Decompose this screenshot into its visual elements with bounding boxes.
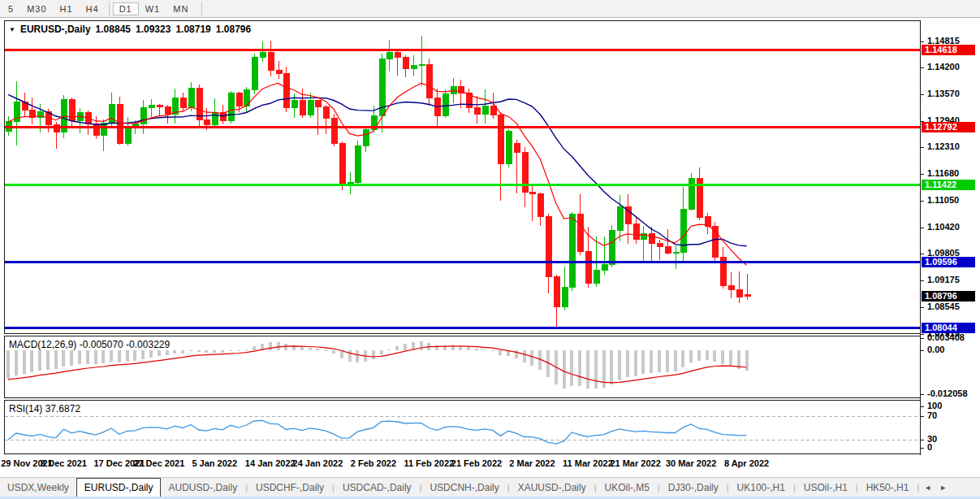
macd-histogram-bar [387,349,391,350]
tab-usdx-weekly[interactable]: USDX,Weekly [0,479,76,497]
level-price-badge: 1.14618 [922,45,975,55]
candle-down [204,119,209,125]
candle-down [323,107,329,119]
macd-histogram-bar [62,350,65,367]
candle-up [260,53,266,58]
macd-histogram-bar [253,346,256,350]
candle-down [537,193,543,217]
timeframe-button-w1[interactable]: W1 [139,3,167,15]
macd-histogram-bar [324,350,327,351]
tab-scroll-right-icon[interactable]: ► [935,484,951,492]
price-axis[interactable]: 1.148151.142001.135701.129401.123101.116… [920,20,980,455]
macd-histogram-bar [674,350,677,371]
macd-histogram-bar [141,350,145,359]
timeframe-button-m30[interactable]: M30 [20,3,53,15]
candle-up [411,66,417,69]
candle-down [180,98,186,107]
candle-down [745,294,750,297]
macd-histogram-bar [594,350,598,388]
macd-histogram-bar [197,350,201,352]
candle-up [228,93,234,120]
macd-signal-value: -0.003229 [126,339,170,350]
candle-up [562,288,568,307]
macd-histogram-bar [316,349,319,350]
macd-histogram-bar [300,347,304,350]
macd-histogram-bar [570,350,573,386]
tab-separator: | [332,483,335,492]
level-price-badge: 1.09596 [922,257,975,267]
tab-separator: | [658,483,660,492]
chart-tab-bar: USDX,WeeklyEURUSD-,DailyAUDUSD-,Daily|US… [0,477,980,497]
price-tick-label: 1.10420 [927,222,960,232]
rsi-value: 37.6872 [45,403,80,414]
macd-histogram-bar [149,350,153,358]
candle-up [355,145,360,182]
tab-dj30-daily[interactable]: DJ30-,Daily [661,479,726,497]
macd-histogram-bar [244,349,248,350]
tab-ukoil-m5[interactable]: UKOil-,M5 [598,479,657,497]
macd-histogram-bar [467,347,470,350]
candle-down [720,257,726,286]
macd-histogram-bar [491,350,494,351]
date-axis[interactable]: 29 Nov 20218 Dec 202117 Dec 202127 Dec 2… [4,455,920,475]
rsi-canvas[interactable] [5,401,920,453]
timeframe-button-h1[interactable]: H1 [54,3,80,15]
macd-indicator-panel[interactable]: MACD(12,26,9) -0.005070 -0.003229 [4,336,921,398]
tab-usoil-h1[interactable]: USOil-,H1 [797,479,855,497]
current-price-badge: 1.08796 [922,291,975,302]
rsi-label: RSI(14) 37.6872 [9,403,80,414]
macd-histogram-bar [277,342,280,350]
level-price-badge: 1.12792 [922,122,975,132]
timeframe-button-h4[interactable]: H4 [80,3,106,15]
timeframe-button-d1[interactable]: D1 [113,2,139,15]
tab-separator: | [856,483,858,492]
tab-scroll-left-icon[interactable]: ◄ [920,484,935,492]
tab-eurusd-daily[interactable]: EURUSD-,Daily [76,478,162,497]
price-tick-label-tick [921,147,924,148]
macd-histogram-bar [332,350,335,354]
tab-audusd-daily[interactable]: AUDUSD-,Daily [161,479,244,497]
tab-hk50-h1[interactable]: HK50-,H1 [859,479,917,497]
price-tick-label: 1.13570 [927,89,960,98]
candle-down [649,233,654,243]
candle-down [196,89,202,119]
candle-down [403,58,408,69]
date-tick-label: 11 Feb 2022 [404,458,454,468]
timeframe-button-5[interactable]: 5 [2,3,20,15]
candle-up [291,100,297,107]
candle-down [117,105,123,144]
macd-histogram-bar [499,350,502,355]
macd-histogram-bar [110,350,113,362]
candlestick-chart-panel[interactable]: ▼ EURUSD-,Daily 1.08845 1.09323 1.08719 … [4,20,921,334]
macd-histogram-bar [86,350,89,364]
candle-down [339,144,345,184]
timeframe-toolbar: 5M30H1H4D1W1MN [0,0,980,18]
candle-up [252,58,257,90]
date-tick-label: 24 Jan 2022 [293,458,343,468]
chart-symbol-label: EURUSD-,Daily [20,24,91,35]
tab-separator: | [245,483,248,492]
tab-usdchf-daily[interactable]: USDCHF-,Daily [248,479,331,497]
price-tick-label-tick [921,201,924,202]
tab-usdcad-daily[interactable]: USDCAD-,Daily [335,479,419,497]
price-tick-label-tick [921,41,924,42]
tab-separator: | [594,483,597,492]
date-tick-label: 21 Mar 2022 [610,458,660,468]
tab-usdcnh-daily[interactable]: USDCNH-,Daily [422,479,506,497]
macd-histogram-bar [189,350,192,351]
candle-down [585,252,591,284]
tab-uk100-h1[interactable]: UK100-,H1 [730,479,792,497]
macd-tick-label-tick [921,394,924,395]
candle-down [577,214,583,251]
rsi-line [8,420,747,444]
timeframe-button-mn[interactable]: MN [166,3,195,15]
macd-histogram-bar [309,348,312,350]
rsi-indicator-panel[interactable]: RSI(14) 37.6872 [4,400,921,454]
macd-histogram-bar [563,350,566,388]
tab-xauusd-daily[interactable]: XAUUSD-,Daily [511,479,594,497]
macd-histogram-bar [101,350,105,363]
price-tick-label: 1.12310 [927,141,960,151]
chart-dropdown-icon[interactable]: ▼ [9,26,15,33]
price-chart-canvas[interactable] [5,21,920,333]
rsi-tick-label-tick [921,448,924,449]
